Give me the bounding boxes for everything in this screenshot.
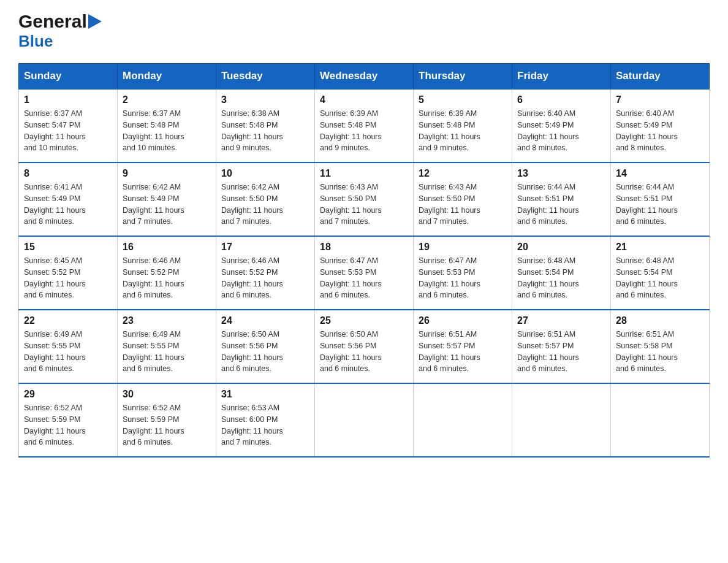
day-info: Sunrise: 6:53 AMSunset: 6:00 PMDaylight:… [221,404,283,446]
table-row: 27 Sunrise: 6:51 AMSunset: 5:57 PMDaylig… [512,310,611,383]
calendar-header-row: Sunday Monday Tuesday Wednesday Thursday… [19,64,710,90]
table-row: 25 Sunrise: 6:50 AMSunset: 5:56 PMDaylig… [315,310,414,383]
day-info: Sunrise: 6:52 AMSunset: 5:59 PMDaylight:… [123,404,184,446]
calendar-week-row: 22 Sunrise: 6:49 AMSunset: 5:55 PMDaylig… [19,310,710,383]
day-info: Sunrise: 6:44 AMSunset: 5:51 PMDaylight:… [616,183,678,226]
table-row: 13 Sunrise: 6:44 AMSunset: 5:51 PMDaylig… [512,163,611,236]
day-info: Sunrise: 6:38 AMSunset: 5:48 PMDaylight:… [221,109,283,152]
calendar-week-row: 1 Sunrise: 6:37 AMSunset: 5:47 PMDayligh… [19,89,710,163]
table-row: 20 Sunrise: 6:48 AMSunset: 5:54 PMDaylig… [512,236,611,310]
day-number: 5 [419,94,507,105]
day-number: 31 [221,389,309,400]
table-row: 2 Sunrise: 6:37 AMSunset: 5:48 PMDayligh… [118,89,216,163]
table-row: 9 Sunrise: 6:42 AMSunset: 5:49 PMDayligh… [118,163,216,236]
day-number: 10 [221,168,309,179]
day-number: 7 [616,94,704,105]
day-info: Sunrise: 6:46 AMSunset: 5:52 PMDaylight:… [221,256,283,299]
day-number: 27 [517,315,605,326]
table-row: 22 Sunrise: 6:49 AMSunset: 5:55 PMDaylig… [19,310,118,383]
day-info: Sunrise: 6:37 AMSunset: 5:48 PMDaylight:… [123,109,184,152]
day-number: 22 [24,315,112,326]
day-info: Sunrise: 6:47 AMSunset: 5:53 PMDaylight:… [419,256,480,299]
day-info: Sunrise: 6:37 AMSunset: 5:47 PMDaylight:… [24,109,86,152]
table-row: 16 Sunrise: 6:46 AMSunset: 5:52 PMDaylig… [118,236,216,310]
day-number: 13 [517,168,605,179]
calendar-week-row: 8 Sunrise: 6:41 AMSunset: 5:49 PMDayligh… [19,163,710,236]
col-wednesday: Wednesday [315,64,414,90]
table-row: 29 Sunrise: 6:52 AMSunset: 5:59 PMDaylig… [19,383,118,457]
day-info: Sunrise: 6:51 AMSunset: 5:58 PMDaylight:… [616,330,678,373]
day-info: Sunrise: 6:51 AMSunset: 5:57 PMDaylight:… [517,330,579,373]
table-row: 17 Sunrise: 6:46 AMSunset: 5:52 PMDaylig… [216,236,315,310]
day-info: Sunrise: 6:42 AMSunset: 5:50 PMDaylight:… [221,183,283,226]
day-number: 2 [123,94,211,105]
page-header: General Blue [18,12,710,51]
day-info: Sunrise: 6:46 AMSunset: 5:52 PMDaylight:… [123,256,184,299]
day-number: 15 [24,242,112,253]
day-number: 4 [320,94,408,105]
day-number: 21 [616,242,704,253]
day-number: 11 [320,168,408,179]
table-row: 6 Sunrise: 6:40 AMSunset: 5:49 PMDayligh… [512,89,611,163]
logo-general-text: General [18,12,87,31]
logo: General Blue [18,12,102,51]
day-info: Sunrise: 6:45 AMSunset: 5:52 PMDaylight:… [24,256,86,299]
table-row: 1 Sunrise: 6:37 AMSunset: 5:47 PMDayligh… [19,89,118,163]
table-row: 24 Sunrise: 6:50 AMSunset: 5:56 PMDaylig… [216,310,315,383]
day-number: 19 [419,242,507,253]
col-sunday: Sunday [19,64,118,90]
day-info: Sunrise: 6:50 AMSunset: 5:56 PMDaylight:… [320,330,382,373]
day-info: Sunrise: 6:50 AMSunset: 5:56 PMDaylight:… [221,330,283,373]
table-row: 23 Sunrise: 6:49 AMSunset: 5:55 PMDaylig… [118,310,216,383]
day-info: Sunrise: 6:40 AMSunset: 5:49 PMDaylight:… [517,109,579,152]
day-number: 25 [320,315,408,326]
day-info: Sunrise: 6:42 AMSunset: 5:49 PMDaylight:… [123,183,184,226]
day-number: 29 [24,389,112,400]
day-info: Sunrise: 6:52 AMSunset: 5:59 PMDaylight:… [24,404,86,446]
day-info: Sunrise: 6:44 AMSunset: 5:51 PMDaylight:… [517,183,579,226]
day-number: 8 [24,168,112,179]
day-info: Sunrise: 6:39 AMSunset: 5:48 PMDaylight:… [419,109,480,152]
day-info: Sunrise: 6:43 AMSunset: 5:50 PMDaylight:… [419,183,480,226]
table-row: 15 Sunrise: 6:45 AMSunset: 5:52 PMDaylig… [19,236,118,310]
col-monday: Monday [118,64,216,90]
calendar-week-row: 15 Sunrise: 6:45 AMSunset: 5:52 PMDaylig… [19,236,710,310]
day-number: 17 [221,242,309,253]
day-info: Sunrise: 6:39 AMSunset: 5:48 PMDaylight:… [320,109,382,152]
day-number: 6 [517,94,605,105]
day-info: Sunrise: 6:49 AMSunset: 5:55 PMDaylight:… [123,330,184,373]
logo-blue-label: Blue [18,32,53,50]
day-number: 3 [221,94,309,105]
day-info: Sunrise: 6:51 AMSunset: 5:57 PMDaylight:… [419,330,480,373]
table-row: 11 Sunrise: 6:43 AMSunset: 5:50 PMDaylig… [315,163,414,236]
table-row: 3 Sunrise: 6:38 AMSunset: 5:48 PMDayligh… [216,89,315,163]
calendar-week-row: 29 Sunrise: 6:52 AMSunset: 5:59 PMDaylig… [19,383,710,457]
table-row: 31 Sunrise: 6:53 AMSunset: 6:00 PMDaylig… [216,383,315,457]
table-row [611,383,710,457]
day-number: 9 [123,168,211,179]
day-info: Sunrise: 6:48 AMSunset: 5:54 PMDaylight:… [517,256,579,299]
day-number: 24 [221,315,309,326]
table-row: 26 Sunrise: 6:51 AMSunset: 5:57 PMDaylig… [414,310,512,383]
col-saturday: Saturday [611,64,710,90]
day-number: 30 [123,389,211,400]
table-row: 14 Sunrise: 6:44 AMSunset: 5:51 PMDaylig… [611,163,710,236]
table-row: 21 Sunrise: 6:48 AMSunset: 5:54 PMDaylig… [611,236,710,310]
day-number: 1 [24,94,112,105]
day-number: 23 [123,315,211,326]
day-info: Sunrise: 6:40 AMSunset: 5:49 PMDaylight:… [616,109,678,152]
table-row [414,383,512,457]
table-row: 18 Sunrise: 6:47 AMSunset: 5:53 PMDaylig… [315,236,414,310]
day-number: 26 [419,315,507,326]
table-row [512,383,611,457]
table-row: 19 Sunrise: 6:47 AMSunset: 5:53 PMDaylig… [414,236,512,310]
day-info: Sunrise: 6:48 AMSunset: 5:54 PMDaylight:… [616,256,678,299]
svg-marker-0 [88,14,102,29]
table-row: 28 Sunrise: 6:51 AMSunset: 5:58 PMDaylig… [611,310,710,383]
col-thursday: Thursday [414,64,512,90]
day-number: 18 [320,242,408,253]
table-row: 4 Sunrise: 6:39 AMSunset: 5:48 PMDayligh… [315,89,414,163]
table-row: 5 Sunrise: 6:39 AMSunset: 5:48 PMDayligh… [414,89,512,163]
day-number: 14 [616,168,704,179]
day-number: 20 [517,242,605,253]
